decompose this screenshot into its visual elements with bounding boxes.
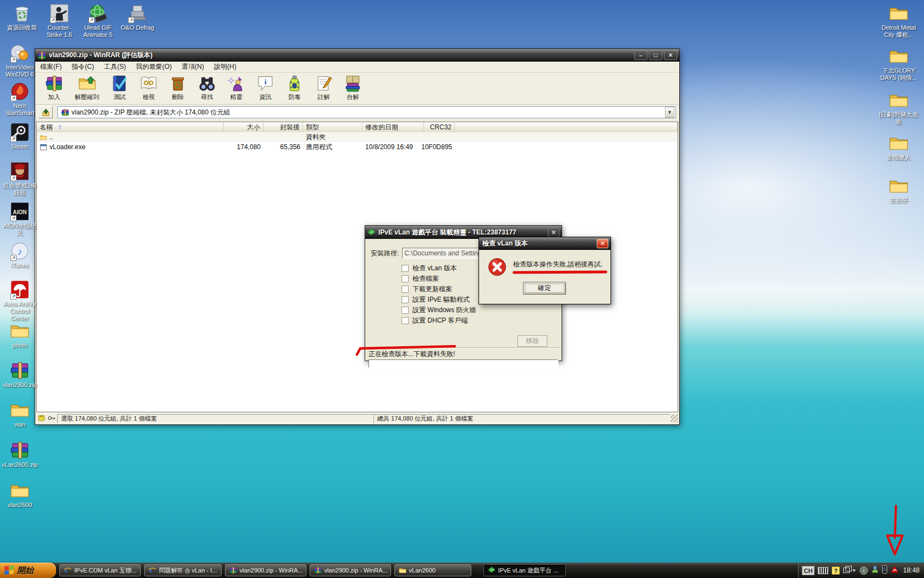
- desktop-icon-counter-strike[interactable]: ↗ Counter-Strike 1.6: [41, 3, 78, 39]
- desktop-icon-vlan2600-zip[interactable]: vLan2600.zip: [1, 440, 38, 468]
- checkbox-box[interactable]: [402, 286, 409, 293]
- chevron-down-icon[interactable]: ▼: [852, 568, 856, 573]
- checkbox-setup-windows-firewall[interactable]: 設置 Windows 防火牆: [402, 305, 476, 315]
- desktop-icon-steam[interactable]: ↗ Steam: [1, 122, 38, 150]
- desktop-icon-vlan2900-zip[interactable]: vlan2900.zip: [1, 361, 38, 389]
- taskbar-clock[interactable]: 18:48: [903, 566, 920, 574]
- desktop-icon-itunes[interactable]: ♪ ↗ iTunes: [1, 241, 38, 269]
- maximize-button[interactable]: □: [649, 51, 662, 60]
- close-button[interactable]: ✕: [664, 51, 677, 60]
- installer-options: 檢查 vLan 版本 檢查檔案 下載更新檔案 設置 IPvE 驅動程式 設置 W…: [402, 263, 476, 326]
- checkbox-setup-dhcp-client[interactable]: 設置 DHCP 客戶端: [402, 315, 476, 326]
- desktop-icon-glory-days[interactable]: 下北GLORY DAYS (純情...: [877, 46, 921, 81]
- table-row-parent-dir[interactable]: .. 資料夾: [37, 132, 678, 142]
- address-dropdown-button[interactable]: ▼: [665, 107, 674, 118]
- checkbox-box[interactable]: [402, 307, 409, 314]
- keyboard-layout-icon[interactable]: [818, 567, 828, 574]
- icon-label: 古惑仔: [877, 197, 921, 204]
- desktop-icon-nero[interactable]: ↗ Nero StartSmart: [1, 81, 38, 117]
- menu-favorites[interactable]: 我的最愛(O): [131, 61, 177, 73]
- checkbox-box[interactable]: [402, 317, 409, 324]
- tray-device-icon[interactable]: [882, 565, 887, 576]
- desktop-icon-photo[interactable]: photo: [1, 321, 38, 349]
- ok-button[interactable]: 確定: [523, 282, 566, 295]
- column-header-packed[interactable]: 封裝後: [263, 122, 303, 132]
- checkbox-box[interactable]: [402, 296, 409, 303]
- tray-avira-icon[interactable]: [890, 565, 899, 575]
- find-icon: [198, 74, 216, 92]
- column-header-date[interactable]: 修改的日期: [362, 122, 424, 132]
- menu-tools[interactable]: 工具(S): [99, 61, 131, 73]
- taskbar-button-vlan-installer[interactable]: IPvE vLan 遊戲平台 ...: [483, 564, 566, 576]
- toolbar-wizard-button[interactable]: 精靈: [222, 74, 251, 103]
- desktop-icon-aion[interactable]: AION ↗ AION永恆紀元: [1, 201, 38, 237]
- table-row-vloader[interactable]: vLoader.exe 174,080 65,356 應用程式 10/8/200…: [37, 142, 678, 152]
- system-tray: CH ? ▼ ‹ 18:48: [798, 563, 924, 578]
- checkbox-check-files[interactable]: 檢查檔案: [402, 274, 476, 284]
- toolbar-view-button[interactable]: 檢視: [134, 74, 163, 103]
- toolbar-sfx-button[interactable]: 自解: [338, 74, 367, 103]
- resize-grip[interactable]: [670, 415, 678, 422]
- column-header-empty: [455, 122, 678, 132]
- checkbox-box[interactable]: [402, 265, 409, 272]
- checkbox-check-vlan-version[interactable]: 檢查 vLan 版本: [402, 263, 476, 274]
- taskbar-button-ie-faq[interactable]: 問題解答 ◎ vLan - I...: [144, 564, 222, 576]
- error-close-button[interactable]: ✕: [597, 239, 608, 248]
- desktop-icon-ulead-gif[interactable]: ↗ Ulead GIF Animator 5: [79, 3, 117, 39]
- desktop-icon-young-and-dangerous[interactable]: 古惑仔: [877, 176, 921, 204]
- up-one-level-button[interactable]: [38, 106, 53, 118]
- desktop-icon-windvd[interactable]: ↗ InterVideo WinDVD 6: [1, 43, 38, 78]
- installer-close-button[interactable]: ✕: [548, 228, 559, 237]
- winrar-titlebar[interactable]: vlan2900.zip - WinRAR (評估版本) – □ ✕: [35, 49, 679, 62]
- taskbar-button-vlan2600-folder[interactable]: vLan2600: [394, 564, 471, 576]
- desktop-icon-oo-defrag[interactable]: ↗ O&O Defrag: [119, 3, 156, 31]
- remove-button[interactable]: 移除: [518, 335, 547, 347]
- avira-icon: ↗: [10, 280, 30, 299]
- winrar-icon: [229, 566, 237, 574]
- desktop-icon-detroit-metal-city[interactable]: Detroit Metal City 爆粗...: [877, 3, 921, 39]
- column-header-size[interactable]: 大小: [224, 122, 263, 132]
- menu-commands[interactable]: 指令(C): [67, 61, 99, 73]
- taskbar-button-winrar-1[interactable]: vlan2900.zip - WinRA...: [225, 564, 306, 576]
- tray-back-icon[interactable]: ‹: [860, 566, 868, 575]
- restore-toolbar-icon[interactable]: [843, 568, 850, 573]
- toolbar-test-button[interactable]: 測試: [105, 74, 134, 103]
- toolbar-add-button[interactable]: 加入: [40, 74, 69, 103]
- desktop-icon-nobuta[interactable]: [日劇]野豬大改造: [877, 90, 921, 126]
- desktop-icon-vlan2600-folder[interactable]: vlan2600: [1, 481, 38, 509]
- menu-options[interactable]: 選項(N): [177, 61, 209, 73]
- checkbox-box[interactable]: [402, 275, 409, 282]
- vlan-leaf-icon: [367, 228, 376, 237]
- desktop-icon-vlan-folder[interactable]: vlan: [1, 400, 38, 428]
- toolbar-comment-button[interactable]: 註解: [309, 74, 338, 103]
- toolbar-find-button[interactable]: 尋找: [193, 74, 222, 103]
- tray-messenger-icon[interactable]: [871, 565, 879, 575]
- checkbox-setup-ipve-driver[interactable]: 設置 IPvE 驅動程式: [402, 295, 476, 305]
- language-indicator[interactable]: CH: [802, 566, 815, 575]
- desktop-icon-recycle-bin[interactable]: 資源回收筒: [3, 3, 41, 31]
- minimize-button[interactable]: –: [634, 51, 647, 60]
- winrar-address-row: vlan2900.zip - ZIP 壓縮檔, 未封裝大小 174,080 位元…: [35, 105, 679, 120]
- toolbar-antivirus-button[interactable]: 防毒: [280, 74, 309, 103]
- toolbar-extract-button[interactable]: 解壓縮到: [69, 74, 105, 103]
- start-button[interactable]: 開始: [0, 563, 56, 578]
- ime-help-icon[interactable]: ?: [832, 566, 840, 575]
- desktop-icon-ra3-burner[interactable]: ↗ 紅色警戒3燒錄器: [1, 161, 38, 197]
- address-bar[interactable]: vlan2900.zip - ZIP 壓縮檔, 未封裝大小 174,080 位元…: [57, 106, 676, 118]
- taskbar-button-ie-ipve[interactable]: IPvE.COM vLan 互聯...: [59, 564, 141, 576]
- column-header-name[interactable]: 名稱 ⇧: [37, 122, 224, 132]
- desktop-icon-hunter[interactable]: 全職獵人: [877, 133, 921, 161]
- menu-help[interactable]: 說明(H): [209, 61, 241, 73]
- toolbar-delete-button[interactable]: 刪除: [163, 74, 193, 103]
- toolbar-info-button[interactable]: i 資訊: [251, 74, 280, 103]
- error-titlebar[interactable]: 檢查 vLan 版本 ✕: [479, 237, 610, 250]
- checkbox-download-update[interactable]: 下載更新檔案: [402, 284, 476, 295]
- desktop-icon-avira[interactable]: ↗ Avira AntiVir Control Center: [1, 280, 38, 322]
- shortcut-arrow-icon: ↗: [10, 95, 16, 101]
- column-header-type[interactable]: 類型: [303, 122, 362, 132]
- shortcut-arrow-icon: ↗: [10, 57, 16, 63]
- icon-label: Ulead GIF Animator 5: [79, 24, 117, 39]
- column-header-crc32[interactable]: CRC32: [424, 122, 455, 132]
- menu-file[interactable]: 檔案(F): [35, 61, 67, 73]
- taskbar-button-winrar-2[interactable]: vlan2900.zip - WinRA...: [310, 564, 391, 576]
